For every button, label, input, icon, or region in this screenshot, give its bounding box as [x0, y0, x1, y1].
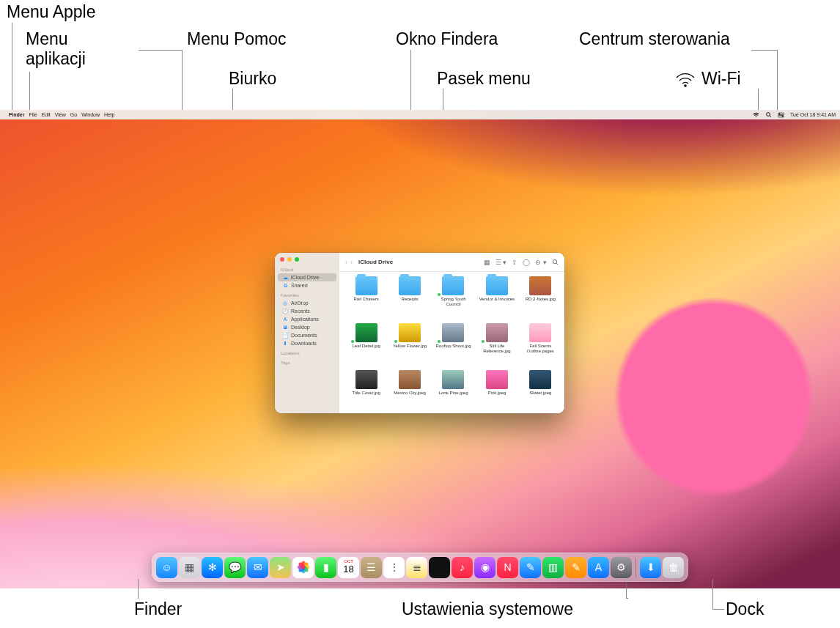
forward-button[interactable]: › — [350, 259, 353, 266]
file-item[interactable]: Spring Youth Council — [432, 276, 474, 320]
file-item[interactable]: Leaf Detail.jpg — [345, 323, 387, 367]
dock-reminders[interactable]: ⋮ — [383, 557, 405, 578]
sidebar-item-desktop[interactable]: 🖥Desktop — [278, 323, 336, 331]
menu-edit[interactable]: Edit — [42, 112, 51, 117]
dock-facetime[interactable]: ▮ — [315, 557, 336, 578]
file-item[interactable]: Rail Chasers — [345, 276, 387, 320]
dock-messages[interactable]: 💬 — [224, 557, 246, 578]
callout-apple-menu: Menu Apple — [7, 2, 95, 22]
sidebar-item-recents[interactable]: 🕘Recents — [278, 307, 336, 315]
dock-mail[interactable]: ✉ — [247, 557, 268, 578]
action-button[interactable]: ⊖ ▾ — [535, 259, 547, 266]
menu-view[interactable]: View — [55, 112, 66, 117]
dock-podcasts[interactable]: ◉ — [474, 557, 495, 578]
doc-icon: 📄 — [282, 333, 288, 339]
dock-news[interactable]: N — [497, 557, 518, 578]
folder-icon — [486, 276, 508, 295]
file-label: Pink.jpeg — [488, 391, 506, 396]
leader-line — [626, 598, 628, 599]
sidebar-item-applications[interactable]: AApplications — [278, 315, 336, 323]
leader-line — [29, 72, 30, 113]
sidebar-item-icloud-drive[interactable]: ☁︎iCloud Drive — [278, 273, 336, 281]
sidebar-item-airdrop[interactable]: ◎AirDrop — [278, 299, 336, 307]
finder-sidebar: iCloud ☁︎iCloud Drive⧉Shared Favorites ◎… — [275, 253, 339, 413]
file-item[interactable]: Vendor & Invoices — [476, 276, 517, 320]
dock-pages[interactable]: ✎ — [565, 557, 586, 578]
dock-notes[interactable]: ≣ — [406, 557, 427, 578]
leader-line — [139, 50, 183, 51]
file-item[interactable]: Lone Pine.jpeg — [432, 370, 474, 413]
dock-photos[interactable] — [292, 557, 314, 578]
image-thumbnail — [529, 370, 551, 389]
view-icons-button[interactable]: ▦ — [484, 259, 490, 266]
zoom-button[interactable] — [295, 257, 299, 262]
file-item[interactable]: Pink.jpeg — [476, 370, 517, 413]
svg-point-7 — [782, 115, 784, 117]
dock-freeform[interactable]: ✎ — [520, 557, 541, 578]
callout-app-menu: Menu aplikacji — [26, 29, 86, 69]
wifi-icon — [674, 70, 696, 88]
wifi-status-icon[interactable] — [753, 111, 759, 118]
share-button[interactable]: ⇪ — [512, 259, 517, 266]
dock-calendar[interactable]: OCT18 — [338, 557, 359, 578]
file-item[interactable]: Skater.jpeg — [520, 370, 561, 413]
search-button[interactable] — [552, 259, 559, 265]
image-thumbnail — [486, 370, 508, 389]
svg-line-9 — [556, 263, 558, 265]
file-item[interactable]: Still Life Reference.jpg — [476, 323, 517, 367]
menu-help[interactable]: Help — [104, 112, 114, 117]
svg-point-8 — [553, 259, 556, 263]
file-item[interactable]: Yellow Flower.jpg — [388, 323, 430, 367]
control-center-icon[interactable] — [778, 111, 784, 118]
menu-window[interactable]: Window — [81, 112, 100, 117]
sidebar-item-label: Shared — [291, 283, 308, 288]
finder-window[interactable]: iCloud ☁︎iCloud Drive⧉Shared Favorites ◎… — [275, 253, 564, 413]
sidebar-item-shared[interactable]: ⧉Shared — [278, 281, 336, 289]
file-label: Fall Scents Outline.pages — [520, 344, 560, 353]
download-icon: ⬇︎ — [282, 341, 288, 347]
close-button[interactable] — [280, 257, 284, 262]
minimize-button[interactable] — [287, 257, 292, 262]
file-label: Vendor & Invoices — [479, 297, 515, 302]
file-item[interactable]: Fall Scents Outline.pages — [520, 323, 561, 367]
dock-trash[interactable]: 🗑 — [663, 557, 684, 578]
window-title: iCloud Drive — [358, 259, 393, 265]
dock-music[interactable]: ♪ — [452, 557, 473, 578]
dock-maps[interactable]: ➤ — [270, 557, 291, 578]
file-item[interactable]: Receipts — [388, 276, 430, 320]
file-item[interactable]: Title Cover.jpg — [345, 370, 387, 413]
dock-downloads[interactable]: ⬇ — [640, 557, 661, 578]
spotlight-icon[interactable] — [765, 111, 772, 118]
dock-finder[interactable]: ☺ — [156, 557, 177, 578]
back-button[interactable]: ‹ — [345, 259, 347, 266]
sidebar-item-label: Documents — [291, 333, 317, 338]
dock-safari[interactable]: ✻ — [202, 557, 223, 578]
dock-appstore[interactable]: A — [588, 557, 609, 578]
dock-launchpad[interactable]: ▦ — [179, 557, 200, 578]
file-label: Yellow Flower.jpg — [393, 344, 427, 349]
view-options-button[interactable]: ☰ ▾ — [495, 259, 507, 266]
file-label: Receipts — [401, 297, 418, 302]
sidebar-item-label: Applications — [291, 317, 319, 322]
dock-contacts[interactable]: ☰ — [361, 557, 382, 578]
menu-file[interactable]: File — [29, 112, 37, 117]
clock-icon: 🕘 — [282, 309, 288, 314]
dock-numbers[interactable]: ▥ — [542, 557, 564, 578]
menubar-datetime[interactable]: Tue Oct 18 9:41 AM — [790, 112, 836, 117]
sidebar-item-documents[interactable]: 📄Documents — [278, 331, 336, 339]
tags-button[interactable]: ◯ — [523, 259, 530, 266]
folder-icon — [355, 276, 377, 295]
file-item[interactable]: Mexico City.jpeg — [388, 370, 430, 413]
menu-go[interactable]: Go — [70, 112, 77, 117]
file-item[interactable]: Rooftop Shoot.jpg — [432, 323, 474, 367]
sidebar-section: Locations — [275, 347, 339, 357]
dock-tv[interactable] — [429, 557, 450, 578]
sidebar-item-downloads[interactable]: ⬇︎Downloads — [278, 339, 336, 347]
airdrop-icon: ◎ — [282, 300, 288, 306]
dock-settings[interactable]: ⚙ — [611, 557, 632, 578]
app-menu[interactable]: Finder — [9, 112, 24, 117]
sidebar-section: Tags — [275, 357, 339, 366]
menu-bar: Finder File Edit View Go Window Help Tue… — [0, 110, 840, 119]
file-item[interactable]: RD.2-Notes.jpg — [520, 276, 561, 320]
callout-desktop: Biurko — [229, 69, 276, 89]
